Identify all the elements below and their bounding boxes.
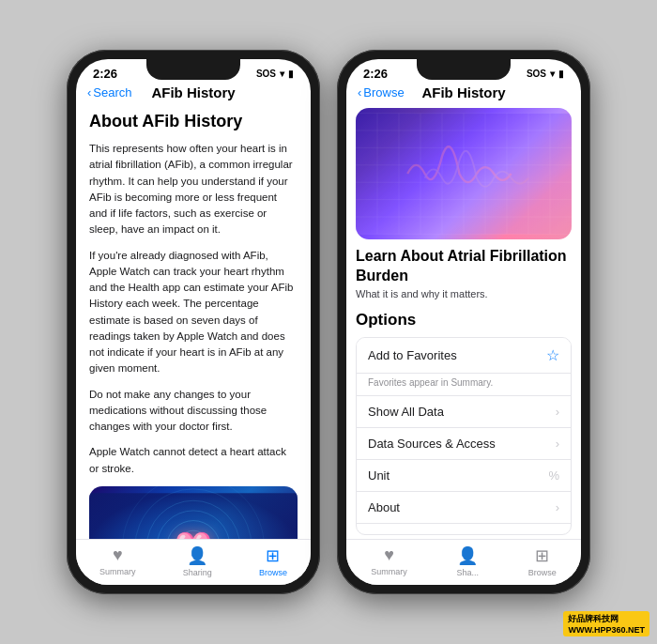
left-nav-bar: ‹ Search AFib History xyxy=(76,83,311,104)
right-browse-icon: ⊞ xyxy=(535,545,549,566)
option-data-sources[interactable]: Data Sources & Access › xyxy=(357,428,571,460)
about-chevron-icon: › xyxy=(556,500,559,514)
feature-subtitle: What it is and why it matters. xyxy=(356,288,572,299)
left-status-icons: SOS ▾ ▮ xyxy=(256,69,294,79)
back-chevron-icon: ‹ xyxy=(87,85,91,100)
watermark: 好品牌科技网WWW.HPP360.NET xyxy=(563,611,649,636)
left-phone-screen: 2:26 SOS ▾ ▮ ‹ Search AFib History About… xyxy=(76,59,311,585)
left-tab-bar: ♥ Summary 👤 Sharing ⊞ Browse xyxy=(76,539,311,585)
right-tab-bar: ♥ Summary 👤 Sha... ⊞ Browse xyxy=(346,539,581,585)
feature-title: Learn About Atrial Fibrillation Burden xyxy=(356,247,572,286)
right-nav-bar: ‹ Browse AFib History xyxy=(346,83,581,104)
data-sources-label: Data Sources & Access xyxy=(368,437,496,451)
right-phone: 2:26 SOS ▾ ▮ ‹ Browse AFib History xyxy=(337,50,590,594)
right-tab-summary[interactable]: ♥ Summary xyxy=(371,545,407,577)
right-back-chevron-icon: ‹ xyxy=(358,85,361,100)
right-scroll-content: Learn About Atrial Fibrillation Burden W… xyxy=(346,104,581,539)
option-afib-history: AFib History Unavailable xyxy=(357,524,571,535)
show-all-data-label: Show All Data xyxy=(368,405,444,419)
star-icon: ☆ xyxy=(546,346,559,364)
right-phone-screen: 2:26 SOS ▾ ▮ ‹ Browse AFib History xyxy=(346,59,581,585)
right-tab-browse[interactable]: ⊞ Browse xyxy=(528,545,557,577)
right-nav-title: AFib History xyxy=(421,84,505,100)
right-nav-back[interactable]: ‹ Browse xyxy=(358,85,405,100)
about-paragraph-4: Apple Watch cannot detect a heart attack… xyxy=(89,444,298,477)
options-title: Options xyxy=(356,311,572,330)
unit-value: % xyxy=(548,468,559,483)
right-sharing-icon: 👤 xyxy=(457,545,478,566)
option-unit[interactable]: Unit % xyxy=(357,460,571,492)
left-tab-summary[interactable]: ♥ Summary xyxy=(99,545,136,577)
option-show-all-data[interactable]: Show All Data › xyxy=(357,396,571,428)
right-summary-icon: ♥ xyxy=(384,545,394,565)
signal-icon: SOS xyxy=(256,69,276,79)
about-paragraph-2: If you're already diagnosed with AFib, A… xyxy=(89,248,298,377)
summary-icon: ♥ xyxy=(113,545,123,565)
about-paragraph-3: Do not make any changes to your medicati… xyxy=(89,387,298,436)
about-paragraph-1: This represents how often your heart is … xyxy=(89,141,298,238)
right-tab-sharing[interactable]: 👤 Sha... xyxy=(456,545,479,577)
add-favorites-label: Add to Favorites xyxy=(368,348,457,362)
unit-label: Unit xyxy=(368,468,390,483)
left-status-time: 2:26 xyxy=(93,67,117,81)
heart-icon: 🩷 xyxy=(175,529,212,539)
left-nav-title: AFib History xyxy=(151,84,235,100)
heart-illustration: 🩷 xyxy=(89,486,298,539)
favorites-hint: Favorites appear in Summary. xyxy=(357,374,571,396)
right-notch xyxy=(417,59,511,80)
afib-history-label: AFib History xyxy=(368,532,435,535)
show-all-data-chevron-icon: › xyxy=(556,405,559,419)
data-sources-chevron-icon: › xyxy=(556,437,559,451)
about-title: About AFib History xyxy=(89,112,298,131)
right-status-time: 2:26 xyxy=(363,67,388,81)
battery-icon: ▮ xyxy=(288,69,294,79)
notch xyxy=(146,59,240,80)
left-tab-browse[interactable]: ⊞ Browse xyxy=(259,545,287,577)
right-signal-icon: SOS xyxy=(527,69,546,79)
options-list: Add to Favorites ☆ Favorites appear in S… xyxy=(356,337,572,535)
option-about[interactable]: About › xyxy=(357,492,571,524)
feature-grid-svg xyxy=(356,108,572,239)
browse-icon: ⊞ xyxy=(266,545,280,566)
right-status-icons: SOS ▾ ▮ xyxy=(527,69,564,79)
right-battery-icon: ▮ xyxy=(558,69,564,79)
left-scroll-content: About AFib History This represents how o… xyxy=(76,104,311,539)
afib-unavailable-text: Unavailable xyxy=(500,532,559,535)
about-label: About xyxy=(368,500,400,514)
phones-container: 2:26 SOS ▾ ▮ ‹ Search AFib History About… xyxy=(57,40,600,604)
option-add-favorites[interactable]: Add to Favorites ☆ xyxy=(357,338,571,374)
left-phone: 2:26 SOS ▾ ▮ ‹ Search AFib History About… xyxy=(67,50,320,594)
left-nav-back[interactable]: ‹ Search xyxy=(87,85,132,100)
wifi-icon: ▾ xyxy=(280,69,284,79)
feature-image xyxy=(356,108,572,239)
right-wifi-icon: ▾ xyxy=(550,69,555,79)
left-tab-sharing[interactable]: 👤 Sharing xyxy=(183,545,212,577)
sharing-icon: 👤 xyxy=(187,545,207,566)
